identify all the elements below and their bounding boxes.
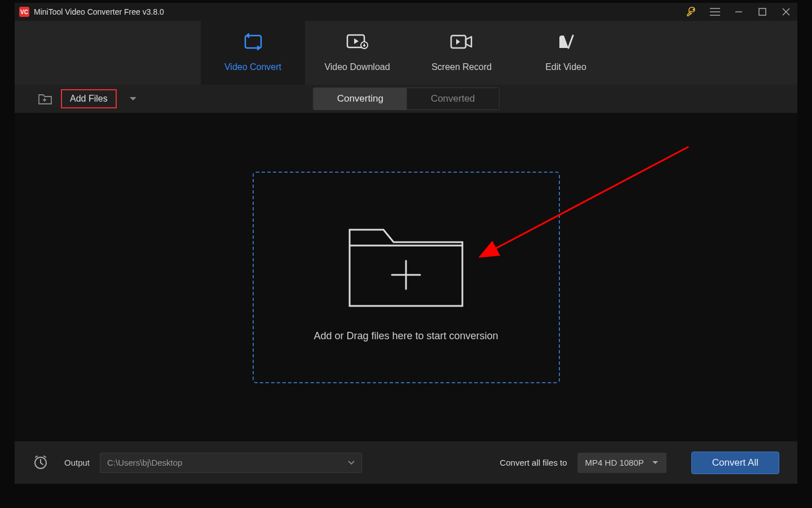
- tab-label: Screen Record: [431, 62, 492, 72]
- sub-tabs: Converting Converted: [313, 87, 500, 110]
- folder-plus-icon[interactable]: [37, 92, 53, 106]
- drop-zone[interactable]: Add or Drag files here to start conversi…: [253, 172, 560, 383]
- output-path-select[interactable]: C:\Users\bj\Desktop: [100, 453, 362, 473]
- nav-tabs: Video Convert Video Download: [15, 21, 797, 85]
- edit-video-icon: [557, 34, 575, 50]
- chevron-down-icon: [652, 461, 659, 465]
- add-files-dropdown[interactable]: [129, 94, 137, 104]
- format-select[interactable]: MP4 HD 1080P: [577, 453, 667, 473]
- tab-label: Video Download: [324, 62, 390, 72]
- video-convert-icon: [243, 34, 263, 50]
- format-value: MP4 HD 1080P: [585, 458, 644, 467]
- drop-zone-text: Add or Drag files here to start conversi…: [314, 330, 498, 342]
- titlebar-controls: [685, 5, 793, 19]
- tab-label: Video Convert: [224, 62, 281, 72]
- chevron-down-icon: [348, 461, 355, 465]
- app-window: VC MiniTool Video Converter Free v3.8.0: [15, 3, 797, 484]
- sub-tab-converted[interactable]: Converted: [407, 88, 498, 110]
- tab-label: Edit Video: [545, 62, 586, 72]
- folder-add-large-icon: [347, 213, 465, 309]
- convert-all-button[interactable]: Convert All: [691, 452, 779, 474]
- output-path-text: C:\Users\bj\Desktop: [107, 458, 182, 467]
- main-area: Add or Drag files here to start conversi…: [15, 113, 797, 441]
- video-download-icon: [346, 34, 369, 50]
- screen-record-icon: [450, 34, 474, 50]
- output-label: Output: [64, 458, 90, 467]
- add-files-button[interactable]: Add Files: [61, 89, 117, 108]
- toolbar: Add Files Converting Converted: [15, 85, 797, 113]
- titlebar: VC MiniTool Video Converter Free v3.8.0: [15, 3, 797, 21]
- svg-rect-0: [759, 8, 766, 15]
- tab-screen-record[interactable]: Screen Record: [409, 21, 514, 85]
- app-title: MiniTool Video Converter Free v3.8.0: [34, 7, 685, 16]
- app-icon: VC: [19, 7, 29, 17]
- sub-tab-converting[interactable]: Converting: [314, 88, 407, 110]
- minimize-button[interactable]: [732, 5, 745, 19]
- footer: Output C:\Users\bj\Desktop Convert all f…: [15, 441, 797, 484]
- tab-video-download[interactable]: Video Download: [305, 21, 409, 85]
- maximize-button[interactable]: [756, 5, 769, 19]
- tab-edit-video[interactable]: Edit Video: [514, 21, 618, 85]
- convert-files-label: Convert all files to: [500, 458, 567, 467]
- svg-rect-1: [245, 36, 261, 48]
- tab-video-convert[interactable]: Video Convert: [201, 21, 305, 85]
- timer-icon[interactable]: [33, 454, 48, 472]
- close-button[interactable]: [779, 5, 793, 19]
- add-files-group: Add Files: [19, 89, 137, 108]
- key-icon[interactable]: [685, 5, 698, 19]
- menu-icon[interactable]: [708, 5, 722, 19]
